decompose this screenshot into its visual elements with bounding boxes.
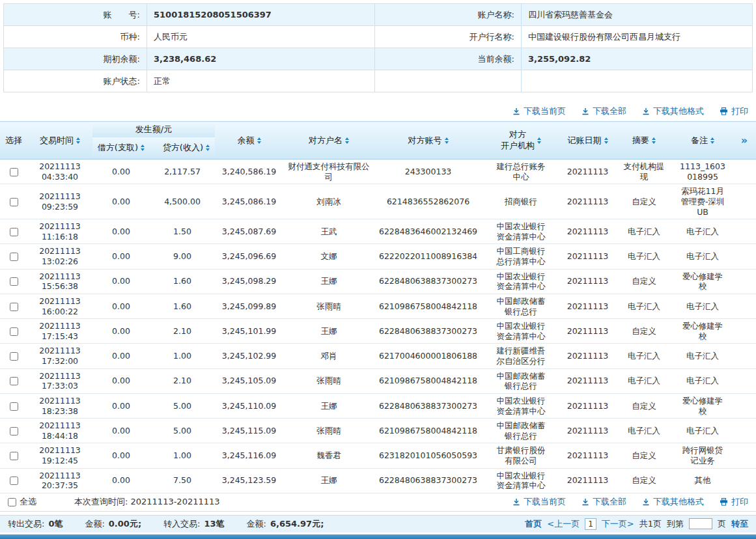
download-current-page-link[interactable]: 下载当前页 [512,496,566,508]
incoming-amount-label: 金额: [247,518,266,530]
tx-counterparty-bank: 中国邮政储蓄银行总行 [494,421,548,441]
tx-summary: 电子汇入 [623,376,665,386]
tx-counterparty-bank: 甘肃银行股份有限公司 [494,445,548,465]
tx-balance: 3,245,087.69 [215,219,283,244]
sort-counterparty-account-icon[interactable] [445,137,449,144]
goto-page-input[interactable] [689,518,712,529]
col-header-counterparty-bank[interactable]: 对方 开户机构 [482,122,560,159]
sort-summary-icon[interactable] [652,137,656,144]
tx-booking-date: 20211113 [560,219,615,244]
tx-booking-date: 20211113 [560,443,615,468]
col-header-balance[interactable]: 余额 [215,122,283,159]
select-all-checkbox[interactable] [8,498,16,506]
tx-counterparty-bank: 中国农业银行资金清算中心 [494,321,548,341]
tx-date: 20211113 [31,161,89,172]
print-link[interactable]: 打印 [720,496,748,508]
tx-summary: 自定义 [623,401,665,411]
tx-summary: 支付机构提现 [623,161,665,182]
row-checkbox[interactable] [10,228,18,236]
download-all-link[interactable]: 下载全部 [581,496,626,508]
tx-summary: 自定义 [623,326,665,337]
incoming-count-value: 13笔 [204,518,225,530]
account-info-table: 账 号: 51001815208051506397 账户名称: 四川省索玛慈善基… [3,3,753,92]
table-row: 2021111309:23:59 0.00 4,500.00 3,245,086… [0,184,756,219]
tx-counterparty-name: 王娜 [287,401,371,411]
row-checkbox[interactable] [10,253,18,261]
first-page-link[interactable]: 首页 [525,518,542,530]
tx-booking-date: 20211113 [560,294,615,318]
download-current-page-link[interactable]: 下载当前页 [512,105,566,117]
more-columns-button[interactable]: » [733,122,756,159]
tx-remark-cell: 爱心修建学校 [673,393,733,418]
sort-remark-icon[interactable] [710,137,714,144]
download-all-link[interactable]: 下载全部 [581,105,626,117]
row-checkbox[interactable] [10,452,18,460]
actions-group: 下载当前页 下载全部 下载其他格式 打印 [512,105,748,117]
sort-time-icon[interactable] [76,137,80,144]
row-checkbox[interactable] [10,402,18,411]
col-header-credit[interactable]: 贷方(收入) [150,137,215,159]
download-other-format-link[interactable]: 下载其他格式 [642,105,704,117]
row-checkbox[interactable] [10,427,18,435]
tx-counterparty-account: 6228480638837300273 [374,269,482,294]
account-info-row: 期初余额: 3,238,468.62 当前余额: 3,255,092.82 [4,48,753,70]
tx-counterparty-name: 魏香君 [287,450,371,461]
double-chevron-right-icon[interactable]: » [741,134,748,146]
tx-time: 17:15:43 [31,331,89,342]
tx-summary-cell: 电子汇入 [615,419,673,443]
tx-time-cell: 2021111320:37:35 [27,468,92,493]
tx-counterparty-bank-cell: 中国邮政储蓄银行总行 [482,294,560,318]
row-checkbox[interactable] [10,168,18,176]
tx-credit: 1.50 [150,219,215,244]
sort-balance-icon[interactable] [257,137,261,144]
table-row: 2021111317:15:43 0.00 2.10 3,245,101.99 … [0,319,756,344]
col-header-summary-label: 摘要 [632,135,649,146]
tx-balance: 3,245,101.99 [215,319,283,344]
prev-page-link[interactable]: <上一页 [547,518,580,530]
tx-time: 09:23:59 [31,202,89,212]
sort-counterparty-bank-icon[interactable] [537,137,541,144]
col-header-remark[interactable]: 备注 [673,122,733,159]
tx-extra-cell [733,244,756,269]
tx-counterparty-bank-cell: 建行新疆维吾尔自治区分行 [482,344,560,368]
print-label: 打印 [731,496,748,508]
tx-time-cell: 2021111313:02:26 [27,244,92,269]
outgoing-amount-value: 0.00元; [109,518,141,530]
col-header-counterparty-account[interactable]: 对方账号 [374,122,482,159]
goto-page-button[interactable]: 转至 [731,518,748,530]
tx-extra-cell [733,269,756,294]
next-page-link[interactable]: 下一页> [602,518,634,530]
col-header-counterparty-name-label: 对方户名 [309,135,343,146]
tx-summary-cell: 自定义 [615,393,673,418]
tx-counterparty-name: 王娜 [287,475,371,486]
row-checkbox[interactable] [10,198,18,206]
sort-debit-icon[interactable] [141,145,145,151]
table-row: 2021111320:37:35 0.00 7.50 3,245,123.59 … [0,468,756,493]
print-link[interactable]: 打印 [720,105,748,117]
row-select-cell [0,368,27,393]
download-other-format-link[interactable]: 下载其他格式 [642,496,704,508]
select-all-control[interactable]: 全选 [8,496,36,508]
transactions-header: 选择 交易时间 发生额/元 余额 对方户名 对方账号 对方 开户机构 记账日期 … [0,122,756,159]
tx-remark: 爱心修建学校 [680,271,725,292]
sort-booking-date-icon[interactable] [604,137,608,144]
sort-counterparty-name-icon[interactable] [345,137,349,144]
tx-counterparty-bank: 中国邮政储蓄银行总行 [494,371,548,391]
col-header-debit[interactable]: 借方(支取) [92,137,150,159]
row-checkbox[interactable] [10,377,18,385]
col-header-counterparty-name[interactable]: 对方户名 [283,122,374,159]
tx-counterparty-name-cell: 张雨晴 [283,419,374,443]
account-name-value: 四川省索玛慈善基金会 [522,4,753,26]
tx-extra-cell [733,159,756,184]
tx-counterparty-account: 6222022011008916384 [374,244,482,269]
col-header-summary[interactable]: 摘要 [615,122,673,159]
row-checkbox[interactable] [10,303,18,311]
row-checkbox[interactable] [10,327,18,336]
col-header-time[interactable]: 交易时间 [27,122,92,159]
tx-extra-cell [733,219,756,244]
row-checkbox[interactable] [10,477,18,485]
sort-credit-icon[interactable] [206,145,210,151]
col-header-booking-date[interactable]: 记账日期 [560,122,615,159]
row-checkbox[interactable] [10,352,18,361]
row-checkbox[interactable] [10,277,18,286]
